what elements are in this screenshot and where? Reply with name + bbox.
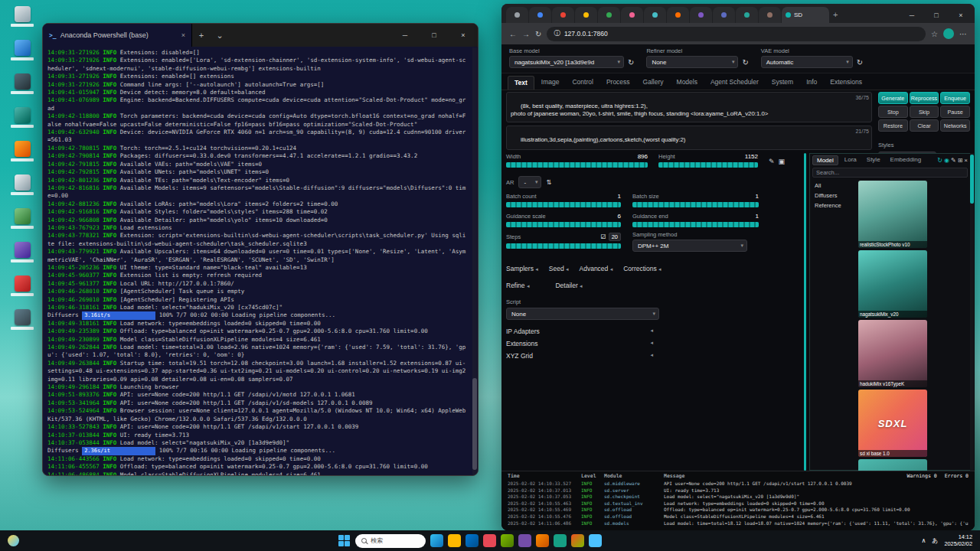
accordion-detailer[interactable]: Detailer ◂ — [555, 282, 582, 289]
steps-slider[interactable] — [506, 243, 621, 249]
guidance-scale-slider[interactable] — [506, 222, 621, 227]
accordion-advanced[interactable]: Advanced ◂ — [580, 265, 613, 272]
accordion-extensions[interactable]: Extensions◂ — [506, 340, 653, 347]
refresh-icon[interactable]: ↻ — [742, 58, 748, 67]
refiner-model-select[interactable]: None — [646, 56, 738, 68]
widgets-button[interactable] — [8, 535, 19, 546]
browser-tab-active[interactable]: SD — [782, 7, 829, 23]
ar-select[interactable]: - — [518, 176, 541, 188]
tab-image[interactable]: Image — [535, 76, 566, 90]
guidance-end-param[interactable]: Guidance end1 — [632, 213, 759, 227]
desktop-icon[interactable] — [5, 174, 39, 195]
model-card[interactable]: realisticStockPhoto v10 — [858, 181, 927, 248]
clear-button[interactable]: Clear — [910, 119, 939, 132]
dice-icon[interactable]: ⚂ — [601, 233, 606, 240]
skip-button[interactable]: Skip — [910, 106, 939, 118]
terminal-minimize-button[interactable]: ─ — [390, 24, 420, 47]
browser-menu-icon[interactable]: ⋯ — [959, 30, 967, 38]
log-row[interactable]: 2025-02-02 14:10:37.053INFOsd.checkpoint… — [501, 494, 975, 500]
log-row[interactable]: 2025-02-02 14:11:06.486INFOsd.modelsLoad… — [501, 520, 975, 527]
forward-icon[interactable]: → — [522, 30, 530, 38]
swap-dimensions-icon[interactable]: ⇅ — [546, 178, 551, 186]
terminal-tab-close-icon[interactable]: × — [181, 31, 185, 39]
log-row[interactable]: 2025-02-02 14:10:55.463INFOsd.textual_in… — [501, 500, 975, 507]
browser-tab[interactable] — [644, 7, 666, 23]
panel-icon[interactable]: ▣ — [779, 158, 786, 165]
guidance-end-slider[interactable] — [632, 222, 759, 227]
networks-refresh-icon[interactable]: ↻ — [937, 157, 942, 164]
terminal-scrollbar[interactable] — [472, 47, 477, 474]
desktop-icon[interactable] — [5, 242, 39, 262]
width-param[interactable]: Width896 — [506, 153, 648, 168]
script-select[interactable]: None — [506, 308, 659, 320]
networks-preview-icon[interactable]: ◉ — [944, 157, 949, 164]
new-tab-icon[interactable]: + — [833, 10, 838, 19]
batch-size-slider[interactable] — [632, 202, 759, 207]
model-card[interactable]: SDXLsd xl base 1.0 — [858, 390, 927, 457]
taskbar-clock[interactable]: 14:12 2025/02/02 — [944, 534, 972, 547]
tab-dropdown-icon[interactable]: ⌄ — [211, 31, 229, 41]
taskbar-app-icon[interactable] — [589, 534, 602, 547]
browser-tab[interactable] — [713, 7, 735, 23]
page-scrollbar[interactable] — [804, 153, 806, 471]
reload-icon[interactable]: ↻ — [535, 30, 541, 38]
accordion-corrections[interactable]: Corrections ◂ — [623, 265, 661, 272]
networks-filter-diffusers[interactable]: Diffusers — [812, 191, 854, 201]
site-info-icon[interactable]: ⓘ — [554, 29, 560, 38]
networks-grid-icon[interactable]: ⊞ — [958, 157, 963, 164]
desktop-icon[interactable] — [5, 309, 39, 330]
browser-window[interactable]: SD + ─ □ × ← → ↻ ⓘ 127.0.0.1:7860 ☆ ⋯ Ba… — [501, 4, 975, 530]
reprocess-button[interactable]: Reprocess — [910, 92, 939, 104]
restore-button[interactable]: Restore — [878, 119, 908, 132]
taskbar-app-icon[interactable] — [430, 534, 443, 547]
address-bar[interactable]: ⓘ 127.0.0.1:7860 — [547, 27, 926, 41]
tab-models[interactable]: Models — [671, 76, 704, 90]
tab-text[interactable]: Text — [508, 76, 534, 90]
sampler-select[interactable]: DPM++ 2M — [632, 240, 747, 252]
width-slider[interactable] — [506, 162, 648, 168]
model-card[interactable]: nagatsukiMix_v20 — [858, 250, 927, 318]
tab-gallery[interactable]: Gallery — [637, 76, 670, 90]
ime-indicator[interactable]: あ — [932, 536, 938, 545]
profile-avatar[interactable] — [943, 28, 954, 39]
browser-tab[interactable] — [759, 7, 781, 23]
taskbar-app-icon[interactable] — [518, 534, 531, 547]
generate-button[interactable]: Generate — [878, 92, 908, 104]
browser-scrollbar-thumb[interactable] — [970, 155, 974, 204]
start-button[interactable] — [338, 535, 351, 547]
terminal-window[interactable]: >_ Anaconda Powershell (base) × + ⌄ ─ □ … — [42, 23, 479, 476]
desktop-icon[interactable] — [5, 141, 39, 161]
networks-filter-reference[interactable]: Reference — [812, 201, 854, 210]
browser-maximize-button[interactable]: □ — [924, 6, 949, 24]
tab-agent-scheduler[interactable]: Agent Scheduler — [704, 76, 765, 90]
tab-process[interactable]: Process — [600, 76, 636, 90]
vae-model-select[interactable]: Automatic — [761, 56, 853, 68]
refresh-icon[interactable]: ↻ — [857, 58, 863, 67]
desktop-icon[interactable] — [5, 208, 39, 229]
terminal-scrollbar-thumb[interactable] — [472, 378, 477, 470]
networks-filter-all[interactable]: All — [812, 181, 854, 191]
back-icon[interactable]: ← — [509, 30, 517, 38]
terminal-maximize-button[interactable]: □ — [420, 24, 449, 47]
steps-value[interactable]: 20 — [609, 233, 621, 241]
terminal-titlebar[interactable]: >_ Anaconda Powershell (base) × + ⌄ ─ □ … — [43, 24, 478, 47]
taskbar-app-icon[interactable] — [554, 534, 567, 547]
browser-close-button[interactable]: × — [949, 6, 973, 24]
desktop-icon[interactable] — [5, 40, 39, 60]
taskbar-app-icon[interactable] — [501, 534, 514, 547]
browser-navbar[interactable]: ← → ↻ ⓘ 127.0.0.1:7860 ☆ ⋯ — [501, 23, 975, 44]
terminal-output[interactable]: 14:09:31-271926 INFO Extensions: disable… — [43, 47, 478, 475]
log-row[interactable]: 2025-02-02 14:10:37.013INFOsd.serverUI: … — [501, 487, 975, 494]
taskbar-app-icon[interactable] — [483, 534, 496, 547]
log-row[interactable]: 2025-02-02 14:10:33.527INFOsd.middleware… — [501, 481, 975, 487]
browser-tab[interactable] — [667, 7, 689, 23]
batch-count-slider[interactable] — [506, 202, 621, 207]
base-model-select[interactable]: nagatsukiMix_v20 [1a3d9e9d — [509, 56, 624, 68]
accordion-samplers[interactable]: Samplers ◂ — [506, 265, 538, 272]
networks-tab-style[interactable]: Style — [863, 155, 884, 165]
browser-minimize-button[interactable]: ─ — [900, 6, 924, 24]
enqueue-button[interactable]: Enqueue — [940, 92, 970, 104]
networks-tab-model[interactable]: Model — [812, 155, 838, 165]
steps-param[interactable]: Steps ⚂20 — [506, 233, 621, 249]
networks-close-icon[interactable]: × — [964, 157, 968, 164]
